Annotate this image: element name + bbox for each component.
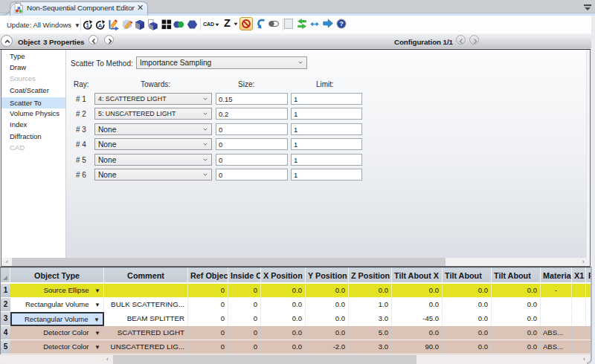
svg-text:A: A bbox=[98, 22, 103, 29]
svg-text:?: ? bbox=[339, 20, 344, 27]
svg-text:1: 1 bbox=[86, 22, 89, 29]
